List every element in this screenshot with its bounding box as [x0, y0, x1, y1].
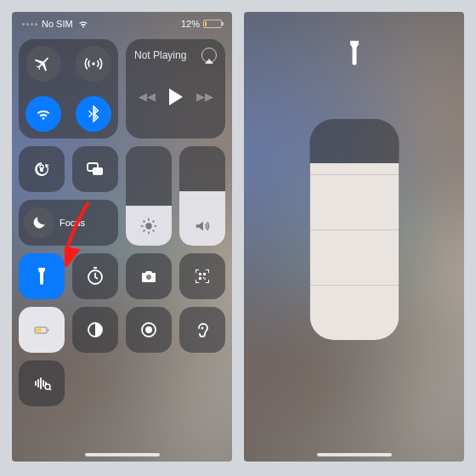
svg-point-26	[201, 327, 204, 330]
moon-icon	[31, 214, 48, 231]
media-title: Not Playing	[134, 49, 186, 61]
svg-rect-15	[199, 273, 201, 275]
svg-point-4	[145, 223, 151, 229]
volume-slider[interactable]	[179, 146, 225, 246]
svg-line-12	[144, 230, 145, 232]
flashlight-level-panel	[244, 12, 464, 462]
svg-rect-16	[203, 273, 206, 275]
status-left: No SIM	[22, 18, 89, 30]
battery-percent: 12%	[181, 19, 200, 29]
svg-line-10	[153, 230, 155, 232]
svg-rect-17	[199, 277, 201, 280]
home-indicator[interactable]	[317, 453, 392, 456]
music-recognition-button[interactable]	[19, 360, 65, 406]
wifi-icon	[77, 18, 89, 30]
svg-rect-19	[205, 279, 207, 280]
flashlight-level-fill	[309, 163, 399, 340]
low-power-toggle[interactable]	[19, 307, 65, 353]
play-button[interactable]	[169, 88, 183, 105]
music-recognition-icon	[31, 373, 52, 394]
svg-line-28	[49, 388, 51, 390]
svg-rect-21	[48, 329, 49, 332]
focus-label: Focus	[60, 218, 85, 228]
screen-mirroring-icon	[85, 159, 105, 179]
camera-button[interactable]	[126, 253, 172, 299]
media-controls: ◀◀ ▶▶	[134, 63, 217, 130]
control-center-panel: No SIM 12%	[12, 12, 232, 462]
bluetooth-toggle[interactable]	[69, 89, 119, 139]
level-tick	[309, 230, 399, 230]
flashlight-header-icon	[344, 41, 365, 70]
volume-icon	[193, 217, 212, 235]
airplane-icon	[26, 46, 61, 82]
svg-line-11	[153, 221, 155, 223]
carrier-label: No SIM	[42, 19, 73, 29]
svg-point-0	[92, 62, 95, 65]
flashlight-toggle[interactable]	[19, 253, 65, 299]
svg-point-14	[146, 275, 151, 280]
status-right: 12%	[181, 19, 222, 29]
battery-icon	[203, 20, 222, 28]
bluetooth-icon	[76, 96, 111, 132]
level-tick	[309, 174, 399, 175]
flashlight-level-slider[interactable]	[309, 119, 399, 340]
svg-line-9	[144, 221, 145, 223]
focus-button[interactable]: Focus	[19, 200, 118, 246]
level-tick	[309, 285, 399, 286]
controls-grid: Not Playing ◀◀ ▶▶	[12, 32, 232, 421]
wifi-icon	[26, 96, 61, 132]
cellular-signal-icon	[22, 23, 37, 26]
hearing-button[interactable]	[179, 307, 225, 353]
home-indicator[interactable]	[85, 453, 160, 456]
camera-icon	[139, 266, 159, 286]
brightness-icon	[139, 217, 158, 235]
screen-record-icon	[139, 320, 159, 340]
qr-scan-button[interactable]	[179, 253, 225, 299]
orientation-lock-toggle[interactable]	[19, 146, 65, 192]
svg-rect-3	[93, 167, 103, 175]
flashlight-icon	[31, 266, 52, 286]
cellular-toggle[interactable]	[69, 39, 119, 89]
qr-scan-icon	[192, 266, 212, 286]
svg-rect-22	[37, 329, 42, 332]
dark-mode-toggle[interactable]	[72, 307, 118, 353]
svg-point-25	[145, 326, 152, 333]
media-tile[interactable]: Not Playing ◀◀ ▶▶	[126, 39, 225, 139]
airplane-toggle[interactable]	[19, 39, 69, 89]
battery-low-power-icon	[31, 320, 52, 340]
status-bar: No SIM 12%	[12, 12, 232, 32]
previous-button[interactable]: ◀◀	[139, 90, 156, 103]
timer-icon	[85, 266, 105, 286]
dark-mode-icon	[85, 320, 105, 340]
orientation-lock-icon	[31, 159, 52, 179]
screen-record-button[interactable]	[126, 307, 172, 353]
timer-button[interactable]	[72, 253, 118, 299]
svg-rect-18	[203, 277, 205, 279]
wifi-toggle[interactable]	[19, 89, 69, 139]
next-button[interactable]: ▶▶	[196, 90, 213, 103]
airplay-icon[interactable]	[201, 48, 217, 63]
screen-mirroring-button[interactable]	[72, 146, 118, 192]
antenna-icon	[76, 46, 111, 82]
ear-icon	[192, 320, 212, 340]
connectivity-tile[interactable]	[19, 39, 118, 139]
brightness-slider[interactable]	[126, 146, 172, 246]
